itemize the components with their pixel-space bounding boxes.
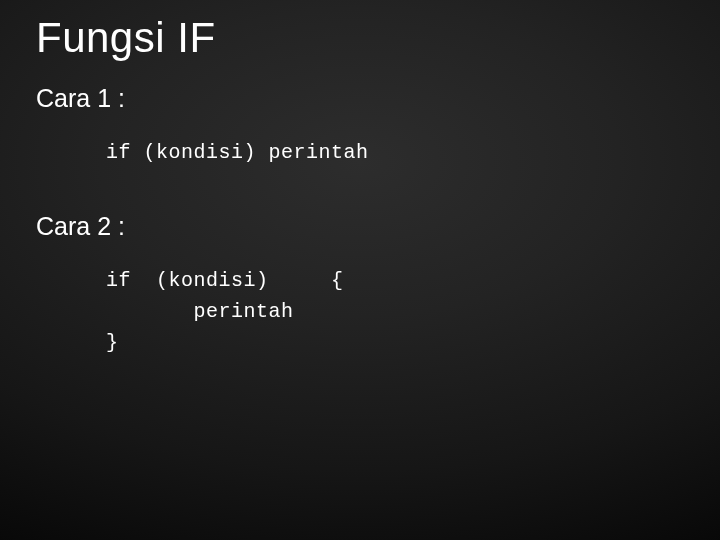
section-2-heading: Cara 2 : [36,212,684,241]
slide-title: Fungsi IF [36,14,684,62]
section-1-heading: Cara 1 : [36,84,684,113]
slide-container: Fungsi IF Cara 1 : if (kondisi) perintah… [0,0,720,358]
code-block-2: if (kondisi) { perintah } [106,265,684,358]
code-block-1: if (kondisi) perintah [106,137,684,168]
